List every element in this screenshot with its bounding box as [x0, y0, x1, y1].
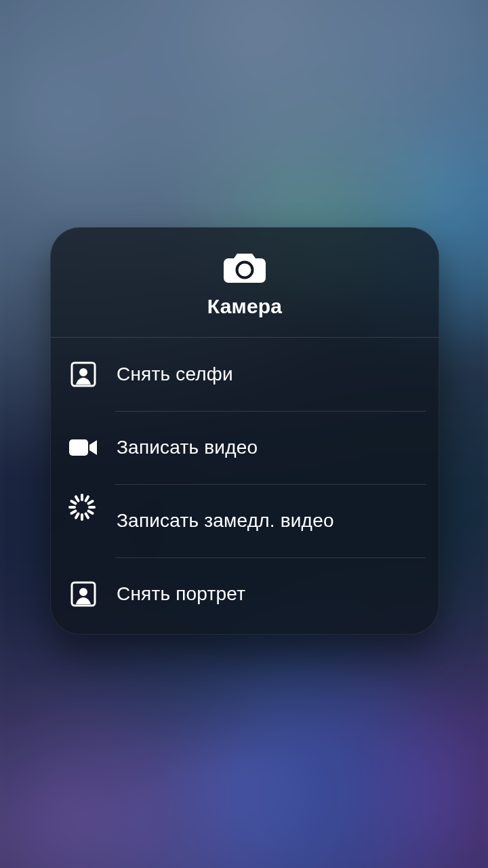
- selfie-icon: [68, 361, 99, 387]
- video-icon: [68, 437, 99, 458]
- action-record-slomo[interactable]: .spinner span{ transform-origin: 50% 20p…: [50, 484, 439, 557]
- platter-title: Камера: [64, 295, 426, 318]
- action-label: Снять портрет: [117, 583, 245, 605]
- slomo-icon: .spinner span{ transform-origin: 50% 20p…: [68, 507, 99, 534]
- action-record-video[interactable]: Записать видео: [50, 411, 439, 484]
- action-take-portrait[interactable]: Снять портрет: [50, 557, 439, 631]
- platter-header: Камера: [50, 227, 439, 338]
- camera-quick-actions-platter: Камера Снять селфи Записать видео: [50, 227, 439, 635]
- camera-icon: [64, 250, 426, 284]
- action-label: Записать видео: [117, 437, 258, 458]
- actions-list: Снять селфи Записать видео: [50, 338, 439, 635]
- action-take-selfie[interactable]: Снять селфи: [50, 338, 439, 411]
- action-label: Записать замедл. видео: [117, 510, 334, 532]
- action-label: Снять селфи: [117, 363, 233, 385]
- svg-rect-2: [69, 439, 88, 456]
- portrait-icon: [68, 581, 99, 607]
